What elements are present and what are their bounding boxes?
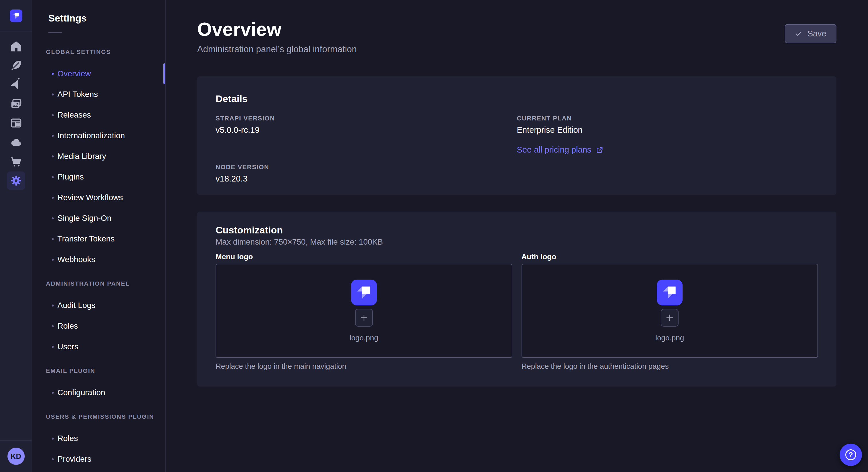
auth-logo-dropzone[interactable]: logo.png bbox=[522, 264, 818, 358]
shopping-cart-icon bbox=[10, 155, 22, 168]
auth-logo-add-button[interactable] bbox=[661, 309, 679, 327]
cloud-icon bbox=[10, 136, 22, 148]
bullet-dot bbox=[52, 217, 54, 220]
bullet-dot bbox=[52, 438, 54, 440]
subnav-item-admin-users[interactable]: Users bbox=[32, 336, 165, 357]
pricing-plans-link[interactable]: See all pricing plans bbox=[517, 145, 604, 155]
subnav-title: Settings bbox=[48, 12, 165, 24]
nav-home-button[interactable] bbox=[7, 37, 25, 55]
subnav-item-media-library[interactable]: Media Library bbox=[32, 146, 165, 167]
bullet-dot bbox=[52, 176, 54, 178]
details-card: Details STRAPI VERSION v5.0.0-rc.19 NODE… bbox=[197, 76, 836, 195]
rail-divider-bottom bbox=[0, 440, 32, 441]
nav-cloud-button[interactable] bbox=[7, 133, 25, 151]
content-manager-icon bbox=[10, 117, 22, 129]
bullet-dot bbox=[52, 94, 54, 96]
menu-logo-preview bbox=[351, 279, 377, 305]
auth-logo-filename: logo.png bbox=[655, 334, 684, 342]
save-button[interactable]: Save bbox=[785, 24, 836, 43]
subnav-item-internationalization[interactable]: Internationalization bbox=[32, 125, 165, 146]
bullet-dot bbox=[52, 135, 54, 137]
rail-divider bbox=[0, 32, 32, 32]
external-link-icon bbox=[596, 146, 603, 154]
nav-content-manager-button[interactable] bbox=[7, 114, 25, 132]
page-title: Overview bbox=[197, 19, 357, 40]
bullet-dot bbox=[52, 392, 54, 394]
customization-card: Customization Max dimension: 750×750, Ma… bbox=[197, 212, 836, 386]
nav-settings-button[interactable] bbox=[7, 171, 25, 190]
strapi-logo[interactable] bbox=[10, 9, 22, 22]
customization-constraints: Max dimension: 750×750, Max file size: 1… bbox=[216, 237, 818, 247]
nav-deploy-button[interactable] bbox=[7, 75, 25, 94]
subnav-item-plugins[interactable]: Plugins bbox=[32, 167, 165, 187]
section-email-plugin: EMAIL PLUGIN Configuration bbox=[32, 367, 165, 403]
check-icon bbox=[795, 30, 803, 38]
subnav-item-review-workflows[interactable]: Review Workflows bbox=[32, 187, 165, 208]
strapi-logo-icon bbox=[10, 9, 22, 22]
feather-icon bbox=[10, 59, 22, 72]
nav-media-library-button[interactable] bbox=[7, 95, 25, 113]
subnav-item-transfer-tokens[interactable]: Transfer Tokens bbox=[32, 229, 165, 249]
auth-logo-label: Auth logo bbox=[522, 252, 818, 261]
subnav-item-overview[interactable]: Overview bbox=[32, 63, 165, 84]
user-avatar[interactable]: KD bbox=[7, 448, 25, 465]
bullet-dot bbox=[52, 346, 54, 348]
section-label: ADMINISTRATION PANEL bbox=[32, 280, 165, 287]
main-content: Overview Administration panel’s global i… bbox=[166, 0, 868, 472]
bullet-dot bbox=[52, 458, 54, 460]
send-plane-icon bbox=[10, 78, 22, 91]
section-label: EMAIL PLUGIN bbox=[32, 367, 165, 374]
menu-logo-label: Menu logo bbox=[216, 252, 513, 261]
subnav-item-up-providers[interactable]: Providers bbox=[32, 449, 165, 469]
help-question-icon: ? bbox=[845, 449, 856, 460]
customization-title: Customization bbox=[216, 224, 818, 236]
subnav-title-rule bbox=[48, 32, 62, 33]
page-header: Overview Administration panel’s global i… bbox=[197, 19, 836, 55]
current-plan-field: CURRENT PLAN Enterprise Edition See all … bbox=[517, 115, 818, 155]
menu-logo-dropzone[interactable]: logo.png bbox=[216, 264, 513, 358]
nav-marketplace-button[interactable] bbox=[7, 152, 25, 171]
section-administration-panel: ADMINISTRATION PANEL Audit Logs Roles Us… bbox=[32, 280, 165, 357]
bullet-dot bbox=[52, 238, 54, 240]
section-label: GLOBAL SETTINGS bbox=[32, 48, 165, 56]
auth-logo-caption: Replace the logo in the authentication p… bbox=[522, 362, 818, 370]
node-version-field: NODE VERSION v18.20.3 bbox=[216, 164, 517, 183]
menu-logo-add-button[interactable] bbox=[355, 309, 373, 327]
help-button[interactable]: ? bbox=[840, 444, 862, 466]
nav-content-type-builder-button[interactable] bbox=[7, 56, 25, 74]
subnav-item-releases[interactable]: Releases bbox=[32, 105, 165, 125]
page-subtitle: Administration panel’s global informatio… bbox=[197, 44, 357, 55]
details-left-column: STRAPI VERSION v5.0.0-rc.19 NODE VERSION… bbox=[216, 115, 517, 183]
strapi-logo-icon bbox=[351, 279, 377, 305]
settings-subnav: Settings GLOBAL SETTINGS Overview API To… bbox=[32, 0, 166, 472]
bullet-dot bbox=[52, 114, 54, 116]
menu-logo-caption: Replace the logo in the main navigation bbox=[216, 362, 513, 370]
subnav-item-webhooks[interactable]: Webhooks bbox=[32, 249, 165, 270]
bullet-dot bbox=[52, 305, 54, 307]
media-library-icon bbox=[10, 98, 22, 110]
plus-icon bbox=[359, 313, 369, 323]
bullet-dot bbox=[52, 73, 54, 75]
details-title: Details bbox=[216, 93, 818, 104]
subnav-item-api-tokens[interactable]: API Tokens bbox=[32, 84, 165, 105]
subnav-item-email-configuration[interactable]: Configuration bbox=[32, 382, 165, 403]
bullet-dot bbox=[52, 156, 54, 158]
subnav-item-up-roles[interactable]: Roles bbox=[32, 428, 165, 449]
subnav-item-single-sign-on[interactable]: Single Sign-On bbox=[32, 208, 165, 229]
main-nav-rail: KD bbox=[0, 0, 32, 472]
section-label: USERS & PERMISSIONS PLUGIN bbox=[32, 413, 165, 420]
bullet-dot bbox=[52, 325, 54, 327]
bullet-dot bbox=[52, 259, 54, 261]
rail-icon-list bbox=[7, 37, 25, 190]
active-item-indicator bbox=[163, 63, 165, 84]
strapi-version-field: STRAPI VERSION v5.0.0-rc.19 bbox=[216, 115, 517, 135]
section-users-permissions-plugin: USERS & PERMISSIONS PLUGIN Roles Provide… bbox=[32, 413, 165, 469]
settings-gear-icon bbox=[10, 174, 22, 187]
home-icon bbox=[10, 40, 22, 53]
details-right-column: CURRENT PLAN Enterprise Edition See all … bbox=[517, 115, 818, 183]
auth-logo-preview bbox=[657, 279, 683, 305]
plus-icon bbox=[665, 313, 675, 323]
subnav-item-admin-roles[interactable]: Roles bbox=[32, 316, 165, 336]
strapi-logo-icon bbox=[657, 279, 683, 305]
subnav-item-audit-logs[interactable]: Audit Logs bbox=[32, 295, 165, 316]
